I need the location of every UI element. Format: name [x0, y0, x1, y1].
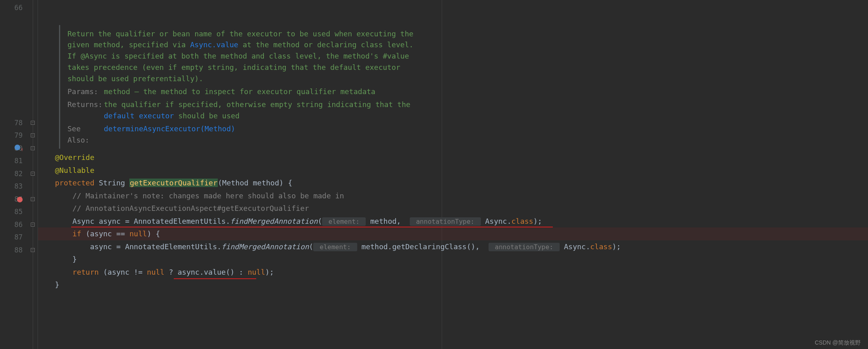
- watermark-text: CSDN @简放视野: [815, 339, 861, 347]
- line-number: 66: [0, 2, 28, 15]
- code-line-breakpoint[interactable]: if (async == null) {: [38, 227, 868, 240]
- javadoc-returns-value: the qualifier if specified, otherwise em…: [104, 99, 415, 122]
- line-number-gutter: 66 78 79 80 81 82 83 84 85 86 87 88: [0, 0, 28, 349]
- code-line[interactable]: @Nullable: [38, 164, 868, 177]
- javadoc-link[interactable]: Async.value: [190, 40, 238, 49]
- gutter-spacer: [0, 15, 28, 117]
- method-declaration-name: getExecutorQualifier: [129, 179, 218, 187]
- override-icon[interactable]: [15, 145, 20, 150]
- fold-toggle-icon[interactable]: –: [31, 223, 35, 227]
- line-number: 86: [0, 219, 28, 231]
- line-number: 79: [0, 129, 28, 142]
- line-number: 81: [0, 155, 28, 168]
- fold-toggle-icon[interactable]: –: [31, 172, 35, 176]
- line-number: 78: [0, 117, 28, 130]
- code-line[interactable]: Async async = AnnotatedElementUtils.find…: [38, 215, 868, 228]
- line-number: 83: [0, 180, 28, 193]
- code-line[interactable]: async = AnnotatedElementUtils.findMerged…: [38, 240, 868, 253]
- inlay-hint: element:: [322, 217, 366, 226]
- javadoc-link[interactable]: determineAsyncExecutor(Method): [104, 124, 235, 133]
- code-line[interactable]: [38, 2, 868, 15]
- code-line[interactable]: }: [38, 253, 868, 266]
- javadoc-params-value: method – the method to inspect for execu…: [104, 86, 415, 97]
- code-line[interactable]: }: [38, 278, 868, 291]
- line-number: 80: [0, 142, 28, 155]
- javadoc-seealso-label: See Also:: [67, 123, 104, 146]
- code-line[interactable]: protected String getExecutorQualifier(Me…: [38, 177, 868, 189]
- fold-toggle-icon[interactable]: –: [31, 121, 35, 125]
- code-editor[interactable]: 66 78 79 80 81 82 83 84 85 86 87 88 – – …: [0, 0, 868, 349]
- javadoc-params-label: Params:: [67, 86, 104, 97]
- javadoc-summary: Return the qualifier or bean name of the…: [67, 29, 413, 83]
- fold-toggle-icon[interactable]: –: [31, 197, 35, 201]
- inlay-hint: element:: [313, 243, 357, 251]
- code-content[interactable]: Return the qualifier or bean name of the…: [38, 0, 868, 349]
- inlay-hint: annotationType:: [410, 217, 481, 226]
- code-line[interactable]: // AnnotationAsyncExecutionAspect#getExe…: [38, 202, 868, 215]
- fold-toggle-icon[interactable]: –: [31, 133, 35, 137]
- line-number: 88: [0, 244, 28, 257]
- inlay-hint: annotationType:: [489, 243, 560, 251]
- code-line[interactable]: @Override: [38, 151, 868, 164]
- line-number: 82: [0, 168, 28, 181]
- javadoc-returns-label: Returns:: [67, 99, 104, 122]
- line-number: 87: [0, 231, 28, 244]
- line-number-breakpoint[interactable]: 84: [0, 193, 28, 206]
- javadoc-rendered: Return the qualifier or bean name of the…: [59, 25, 423, 149]
- fold-toggle-icon[interactable]: –: [31, 146, 35, 150]
- fold-toggle-icon[interactable]: –: [31, 248, 35, 252]
- fold-column: – – – – – – –: [28, 0, 38, 349]
- code-line[interactable]: return (async != null ? async.value() : …: [38, 266, 868, 279]
- javadoc-link[interactable]: default executor: [104, 111, 174, 120]
- code-line[interactable]: // Maintainer's note: changes made here …: [38, 189, 868, 202]
- line-number: 85: [0, 206, 28, 219]
